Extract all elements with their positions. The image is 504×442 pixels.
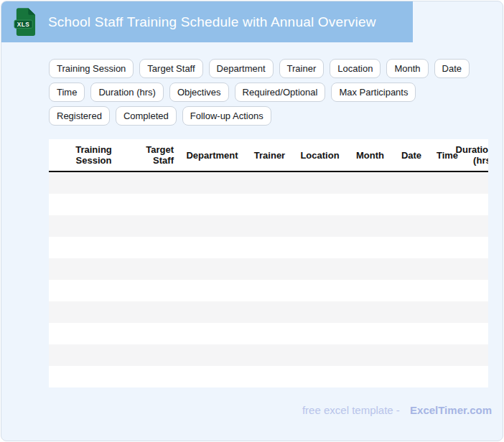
field-chip-time[interactable]: Time	[49, 83, 85, 102]
table-row	[49, 323, 488, 344]
table-row	[49, 344, 488, 366]
footer-tagline: free excel template -	[302, 404, 400, 416]
xls-file-icon: XLS	[14, 7, 36, 37]
table-row	[49, 258, 488, 280]
field-chip-month[interactable]: Month	[386, 59, 428, 78]
field-chip-department[interactable]: Department	[209, 59, 274, 78]
column-header-location: Location	[293, 150, 347, 161]
column-header-trainer: Trainer	[246, 150, 293, 161]
field-chip-date[interactable]: Date	[434, 59, 470, 78]
field-chip-max-participants[interactable]: Max Participants	[331, 83, 416, 102]
column-header-department: Department	[178, 150, 246, 161]
schedule-table: Training Session Target Staff Department…	[49, 139, 488, 389]
field-chip-list: Training Session Target Staff Department…	[49, 59, 494, 126]
column-header-duration-hrs: Duration (hrs)	[448, 144, 488, 166]
table-row	[49, 215, 488, 237]
field-chip-trainer[interactable]: Trainer	[279, 59, 325, 78]
field-chip-duration-hrs[interactable]: Duration (hrs)	[90, 83, 163, 102]
field-chip-registered[interactable]: Registered	[49, 106, 110, 126]
table-row	[49, 172, 488, 194]
field-chip-follow-up-actions[interactable]: Follow-up Actions	[182, 106, 271, 126]
column-header-target-staff: Target Staff	[139, 144, 178, 166]
field-chip-completed[interactable]: Completed	[116, 106, 177, 126]
header-bar: XLS School Staff Training Schedule with …	[1, 1, 413, 42]
chip-row-3: Registered Completed Follow-up Actions	[49, 106, 494, 126]
field-chip-location[interactable]: Location	[330, 59, 381, 78]
table-header-row: Training Session Target Staff Department…	[49, 139, 488, 172]
column-header-date: Date	[393, 150, 429, 161]
table-row	[49, 237, 488, 258]
chip-row-1: Training Session Target Staff Department…	[49, 59, 494, 78]
footer: free excel template - ExcelTimer.com	[302, 404, 492, 416]
table-row	[49, 280, 488, 301]
field-chip-training-session[interactable]: Training Session	[49, 59, 134, 78]
table-row	[49, 194, 488, 215]
template-preview-card: XLS School Staff Training Schedule with …	[1, 1, 503, 441]
table-row	[49, 366, 488, 387]
table-body	[49, 172, 488, 387]
chip-row-2: Time Duration (hrs) Objectives Required/…	[49, 83, 494, 102]
file-fold-corner	[28, 8, 35, 15]
field-chip-required-optional[interactable]: Required/Optional	[235, 83, 326, 102]
column-header-month: Month	[347, 150, 393, 161]
brand-link[interactable]: ExcelTimer.com	[410, 404, 492, 416]
page-title: School Staff Training Schedule with Annu…	[48, 14, 376, 30]
file-type-label: XLS	[17, 22, 29, 28]
field-chip-objectives[interactable]: Objectives	[169, 83, 229, 102]
table-row	[49, 301, 488, 323]
field-chip-target-staff[interactable]: Target Staff	[139, 59, 202, 78]
column-header-training-session: Training Session	[49, 144, 139, 166]
